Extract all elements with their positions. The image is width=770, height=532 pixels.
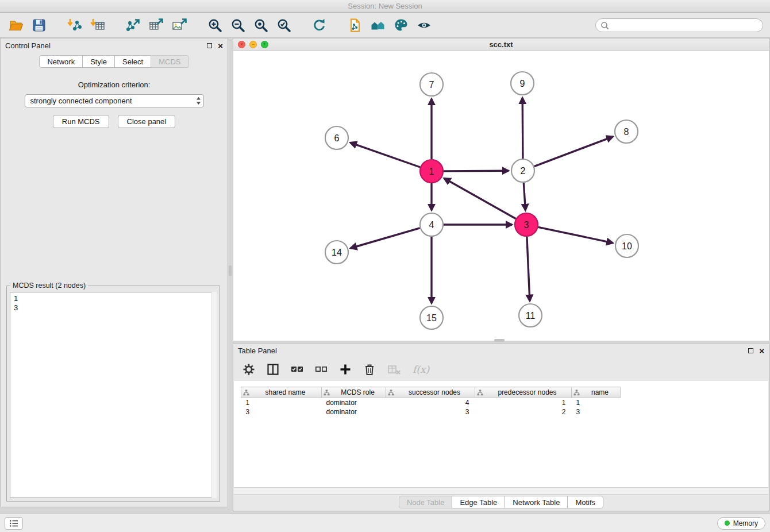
tab-motifs[interactable]: Motifs bbox=[567, 496, 603, 508]
table-settings-button[interactable] bbox=[242, 363, 255, 376]
save-session-button[interactable] bbox=[30, 16, 48, 34]
table-horizontal-scrollbar[interactable] bbox=[234, 487, 768, 495]
zoom-selected-button[interactable] bbox=[275, 16, 293, 34]
edge-4-14[interactable] bbox=[351, 228, 420, 248]
node-9[interactable]: 9 bbox=[511, 72, 534, 95]
maximize-window-button[interactable]: + bbox=[261, 41, 268, 48]
cell-shared-name[interactable]: 3 bbox=[241, 407, 322, 417]
node-14[interactable]: 14 bbox=[325, 241, 348, 264]
delete-table-button[interactable] bbox=[387, 363, 401, 376]
node-6[interactable]: 6 bbox=[325, 126, 348, 149]
node-10[interactable]: 10 bbox=[615, 234, 638, 257]
panel-list-button[interactable] bbox=[5, 517, 23, 530]
show-columns-button[interactable] bbox=[267, 363, 279, 376]
column-header-predecessor-nodes[interactable]: predecessor nodes bbox=[475, 387, 572, 398]
column-header-shared-name[interactable]: shared name bbox=[241, 387, 322, 398]
network-graph[interactable]: 7968124314101511 bbox=[233, 51, 769, 341]
home-button[interactable] bbox=[369, 16, 387, 34]
horizontal-splitter-handle[interactable] bbox=[494, 339, 505, 342]
column-header-MCDS-role[interactable]: MCDS role bbox=[322, 387, 386, 398]
cell-name[interactable]: 3 bbox=[572, 407, 621, 417]
style-palette-button[interactable] bbox=[392, 16, 410, 34]
dropdown-arrows-icon bbox=[196, 97, 201, 105]
tab-node-table[interactable]: Node Table bbox=[399, 496, 453, 508]
add-row-button[interactable] bbox=[339, 363, 352, 376]
tab-network[interactable]: Network bbox=[39, 55, 83, 68]
node-label: 15 bbox=[426, 313, 437, 323]
edge-2-3[interactable] bbox=[523, 183, 525, 210]
edge-1-6[interactable] bbox=[351, 142, 421, 167]
column-header-successor-nodes[interactable]: successor nodes bbox=[386, 387, 475, 398]
toolbar-group-refresh bbox=[310, 16, 329, 34]
cell-shared-name[interactable]: 1 bbox=[241, 398, 322, 407]
mcds-result-text[interactable]: 1 3 bbox=[10, 292, 217, 498]
import-network-button[interactable] bbox=[66, 16, 84, 34]
column-header-name[interactable]: name bbox=[572, 387, 621, 398]
close-window-button[interactable]: × bbox=[238, 41, 245, 48]
import-table-button[interactable] bbox=[88, 16, 107, 34]
export-table-button[interactable] bbox=[147, 16, 165, 34]
float-control-panel-button[interactable] bbox=[207, 43, 212, 48]
vertical-splitter-handle[interactable] bbox=[229, 265, 232, 276]
title-bar: Session: New Session bbox=[0, 0, 770, 13]
gear-icon bbox=[242, 363, 255, 376]
float-table-panel-button[interactable] bbox=[748, 348, 753, 353]
node-15[interactable]: 15 bbox=[420, 306, 443, 329]
unselect-all-button[interactable] bbox=[315, 363, 328, 376]
cell-predecessor-nodes[interactable]: 2 bbox=[475, 407, 572, 417]
edge-1-2[interactable] bbox=[444, 171, 509, 171]
cell-successor-nodes[interactable]: 4 bbox=[386, 398, 475, 407]
optimization-dropdown[interactable]: strongly connected component bbox=[25, 94, 204, 107]
node-2[interactable]: 2 bbox=[511, 159, 534, 182]
refresh-view-button[interactable] bbox=[310, 16, 329, 34]
tab-style[interactable]: Style bbox=[82, 55, 115, 68]
tab-edge-table[interactable]: Edge Table bbox=[452, 496, 505, 508]
export-image-button[interactable] bbox=[170, 16, 188, 34]
node-7[interactable]: 7 bbox=[420, 73, 443, 96]
node-3[interactable]: 3 bbox=[515, 213, 538, 236]
edge-3-10[interactable] bbox=[538, 227, 613, 243]
memory-button[interactable]: Memory bbox=[717, 517, 765, 530]
function-builder-button[interactable]: f(x) bbox=[413, 364, 429, 375]
edge-2-8[interactable] bbox=[534, 137, 613, 167]
open-session-button[interactable] bbox=[7, 16, 25, 34]
node-8[interactable]: 8 bbox=[615, 120, 638, 143]
main-toolbar bbox=[0, 13, 770, 38]
table-row[interactable]: 1dominator411 bbox=[241, 398, 621, 407]
node-1[interactable]: 1 bbox=[420, 160, 443, 183]
control-panel-title: Control Panel bbox=[5, 41, 51, 50]
status-bar: Memory bbox=[0, 514, 770, 532]
edge-2-9[interactable] bbox=[522, 98, 523, 159]
node-4[interactable]: 4 bbox=[420, 213, 443, 236]
cell-MCDS-role[interactable]: dominator bbox=[322, 407, 386, 417]
close-table-panel-button[interactable]: × bbox=[759, 346, 764, 355]
result-scrollbar[interactable] bbox=[211, 292, 217, 498]
zoom-in-button[interactable] bbox=[206, 16, 224, 34]
select-all-button[interactable] bbox=[291, 363, 303, 376]
edge-3-1[interactable] bbox=[444, 178, 516, 218]
tab-select[interactable]: Select bbox=[114, 55, 151, 68]
edge-3-11[interactable] bbox=[527, 237, 530, 301]
tab-network-table[interactable]: Network Table bbox=[505, 496, 568, 508]
cell-name[interactable]: 1 bbox=[572, 398, 621, 407]
cell-predecessor-nodes[interactable]: 1 bbox=[475, 398, 572, 407]
zoom-fit-button[interactable] bbox=[252, 16, 270, 34]
run-mcds-button[interactable]: Run MCDS bbox=[53, 115, 109, 128]
show-hide-button[interactable] bbox=[415, 16, 433, 34]
search-input[interactable] bbox=[612, 21, 758, 30]
network-canvas[interactable]: 7968124314101511 bbox=[233, 51, 769, 341]
close-control-panel-button[interactable]: × bbox=[218, 41, 223, 50]
table-row[interactable]: 3dominator323 bbox=[241, 407, 621, 417]
search-box[interactable] bbox=[595, 18, 763, 32]
network-document-button[interactable] bbox=[346, 16, 364, 34]
node-11[interactable]: 11 bbox=[519, 304, 542, 327]
close-panel-button[interactable]: Close panel bbox=[118, 115, 176, 128]
cell-MCDS-role[interactable]: dominator bbox=[322, 398, 386, 407]
cell-successor-nodes[interactable]: 3 bbox=[386, 407, 475, 417]
toolbar-group-zoom bbox=[206, 16, 293, 34]
export-network-button[interactable] bbox=[124, 16, 143, 34]
tab-mcds[interactable]: MCDS bbox=[151, 55, 188, 68]
minimize-window-button[interactable]: − bbox=[249, 41, 257, 48]
delete-row-button[interactable] bbox=[363, 363, 376, 376]
zoom-out-button[interactable] bbox=[229, 16, 247, 34]
